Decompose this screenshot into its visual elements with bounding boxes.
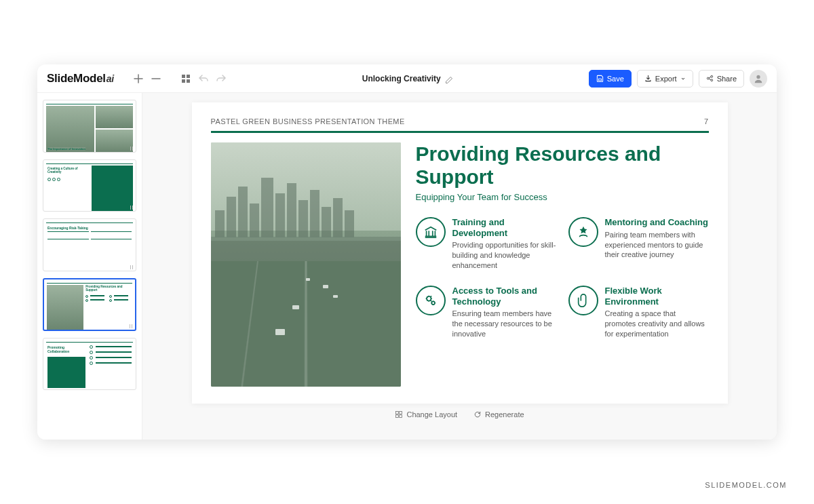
feature-desc: Creating a space that promotes creativit… <box>605 309 709 339</box>
svg-rect-11 <box>396 412 399 414</box>
svg-rect-0 <box>182 75 185 78</box>
slide-main[interactable]: PASTEL GREEN BUSINESS PRESENTATION THEME… <box>192 102 728 404</box>
chevron-down-icon <box>680 76 686 81</box>
svg-point-8 <box>756 75 760 78</box>
star-person-icon <box>568 217 598 247</box>
brand-logo: SlideModelai <box>47 72 114 85</box>
toolbar-group-layout <box>180 73 227 84</box>
export-label: Export <box>655 75 677 83</box>
thumb-title: Promoting Collaboration <box>47 345 85 353</box>
slide-thumbnail-4[interactable]: Providing Resources and Support <box>43 278 136 331</box>
svg-rect-3 <box>187 79 190 83</box>
body-area: The Importance of Innovation Creating a … <box>37 93 777 440</box>
slide-thumbnail-5[interactable]: Promoting Collaboration <box>43 338 136 391</box>
slide-content: Providing Resources and Support Equippin… <box>416 142 709 393</box>
svg-rect-4 <box>598 79 601 81</box>
thumb-title: Providing Resources and Support <box>85 286 132 292</box>
feature-training: Training and Development Providing oppor… <box>416 217 556 271</box>
brand-suffix: ai <box>106 73 114 84</box>
user-avatar[interactable] <box>750 70 767 88</box>
drag-handle-icon[interactable] <box>129 147 134 151</box>
slide-thumbnail-1[interactable]: The Importance of Innovation <box>43 100 136 153</box>
thumb-title: Encouraging Risk-Taking <box>47 226 88 230</box>
svg-point-7 <box>711 79 713 81</box>
feature-grid: Training and Development Providing oppor… <box>416 217 709 338</box>
grid-view-icon[interactable] <box>180 73 191 84</box>
remove-slide-icon[interactable] <box>151 73 161 84</box>
feature-title: Access to Tools and Technology <box>452 286 556 307</box>
svg-rect-14 <box>400 415 402 418</box>
undo-icon[interactable] <box>198 73 209 84</box>
add-slide-icon[interactable] <box>133 73 144 84</box>
thumb-title: Creating a Culture of Creativity <box>47 167 89 174</box>
watermark: SLIDEMODEL.COM <box>705 481 787 489</box>
change-layout-label: Change Layout <box>406 410 457 419</box>
right-actions: Save Export Share <box>589 70 767 88</box>
slide-thumbnail-3[interactable]: Encouraging Risk-Taking <box>43 218 136 271</box>
slide-sidebar: The Importance of Innovation Creating a … <box>37 93 142 440</box>
svg-point-10 <box>431 301 435 305</box>
edit-title-icon[interactable] <box>445 75 453 83</box>
toolbar-group-edit <box>133 73 161 84</box>
feature-title: Flexible Work Environment <box>605 286 709 307</box>
slide-thumbnail-2[interactable]: Creating a Culture of Creativity <box>43 159 136 212</box>
drag-handle-icon[interactable] <box>129 206 134 210</box>
feature-title: Training and Development <box>452 217 556 238</box>
share-button[interactable]: Share <box>699 70 744 88</box>
slide-body: Providing Resources and Support Equippin… <box>211 142 709 393</box>
redo-icon[interactable] <box>216 73 227 84</box>
svg-point-5 <box>707 77 709 79</box>
svg-rect-13 <box>396 415 399 418</box>
institution-icon <box>416 217 446 247</box>
slide-title: Providing Resources and Support <box>416 142 709 188</box>
svg-rect-1 <box>187 75 190 78</box>
slide-rule <box>211 131 709 133</box>
save-label: Save <box>607 75 624 83</box>
feature-desc: Providing opportunities for skill-buildi… <box>452 240 556 271</box>
feature-tools: Access to Tools and Technology Ensuring … <box>416 286 556 339</box>
feature-desc: Pairing team members with experienced me… <box>605 230 709 260</box>
slide-action-bar: Change Layout Regenerate <box>395 410 524 419</box>
share-label: Share <box>717 75 737 83</box>
change-layout-button[interactable]: Change Layout <box>395 410 457 419</box>
feature-desc: Ensuring team members have the necessary… <box>452 309 556 339</box>
theme-label: PASTEL GREEN BUSINESS PRESENTATION THEME <box>211 117 405 125</box>
title-center: Unlocking Creativity <box>233 74 582 83</box>
slide-image <box>211 142 401 387</box>
feature-mentoring: Mentoring and Coaching Pairing team memb… <box>568 217 709 271</box>
regenerate-button[interactable]: Regenerate <box>473 410 524 419</box>
paperclip-icon <box>568 286 598 315</box>
svg-rect-12 <box>400 412 402 414</box>
presentation-title: Unlocking Creativity <box>362 74 441 83</box>
feature-flexible: Flexible Work Environment Creating a spa… <box>568 286 709 339</box>
app-window: SlideModelai Unlocking Creativity Save E… <box>37 64 777 440</box>
slide-subtitle: Equipping Your Team for Success <box>416 192 709 202</box>
svg-rect-2 <box>182 79 185 83</box>
slide-number: 7 <box>704 117 709 125</box>
feature-title: Mentoring and Coaching <box>605 217 709 228</box>
drag-handle-icon[interactable] <box>128 324 134 328</box>
thumb-title: The Importance of Innovation <box>47 147 85 151</box>
regenerate-label: Regenerate <box>485 410 524 419</box>
save-button[interactable]: Save <box>589 70 632 88</box>
canvas: PASTEL GREEN BUSINESS PRESENTATION THEME… <box>142 93 777 440</box>
topbar: SlideModelai Unlocking Creativity Save E… <box>37 64 777 93</box>
brand-name: SlideModel <box>47 72 106 85</box>
gears-icon <box>416 286 446 315</box>
export-button[interactable]: Export <box>637 70 693 88</box>
slide-meta: PASTEL GREEN BUSINESS PRESENTATION THEME… <box>211 117 709 125</box>
svg-point-6 <box>711 75 713 77</box>
drag-handle-icon[interactable] <box>129 265 134 269</box>
